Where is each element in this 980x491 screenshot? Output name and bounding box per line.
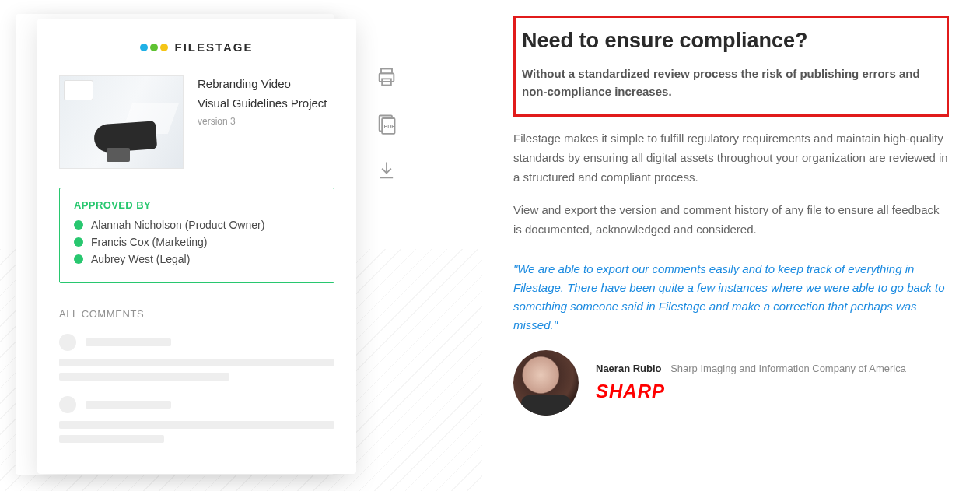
testimonial-attribution: Naeran Rubio Sharp Imaging and Informati… [596,363,906,374]
approval-card: FILESTAGE Rebranding Video Visual Guidel… [37,19,356,474]
brand-logo: FILESTAGE [59,40,334,54]
lead-text: Without a standardized review process th… [522,65,933,100]
highlight-box: Need to ensure compliance? Without a sta… [513,16,949,117]
print-icon[interactable] [375,65,398,89]
project-title-1: Rebranding Video [198,77,334,90]
card-stack: FILESTAGE Rebranding Video Visual Guidel… [23,19,350,474]
body-paragraph: View and export the version and comment … [513,201,949,240]
pdf-icon[interactable]: PDF [375,112,398,135]
approver-name: Alannah Nicholson (Product Owner) [91,219,264,231]
export-actions: PDF [375,65,398,182]
card-column: FILESTAGE Rebranding Video Visual Guidel… [23,8,412,474]
approver-name: Francis Cox (Marketing) [91,236,207,248]
comment-placeholder [59,334,334,381]
testimonial-name: Naeran Rubio [596,363,662,374]
testimonial-meta: Naeran Rubio Sharp Imaging and Informati… [596,363,906,402]
logo-dots-icon [140,44,168,51]
approver-row: Alannah Nicholson (Product Owner) [74,219,320,231]
comment-placeholder [59,396,334,443]
approved-box: APPROVED BY Alannah Nicholson (Product O… [59,188,334,283]
testimonial-company: Sharp Imaging and Information Company of… [670,363,906,374]
svg-text:PDF: PDF [384,124,396,129]
project-thumbnail [59,75,184,169]
approver-row: Aubrey West (Legal) [74,253,320,265]
testimonial-quote: "We are able to export our comments easi… [513,260,949,335]
status-dot-icon [74,237,83,247]
project-version: version 3 [198,116,334,127]
approver-name: Aubrey West (Legal) [91,253,190,265]
download-icon[interactable] [375,159,398,182]
content-column: Need to ensure compliance? Without a sta… [513,16,949,416]
comments-section-title: ALL COMMENTS [59,308,334,320]
project-title-2: Visual Guidelines Project [198,96,334,110]
project-meta: Rebranding Video Visual Guidelines Proje… [198,75,334,169]
avatar [513,350,579,416]
body-paragraph: Filestage makes it simple to fulfill reg… [513,129,949,187]
brand-name: FILESTAGE [174,40,253,54]
approved-title: APPROVED BY [74,199,320,211]
sharp-logo: SHARP [596,381,906,402]
approver-row: Francis Cox (Marketing) [74,236,320,248]
testimonial-block: Naeran Rubio Sharp Imaging and Informati… [513,350,949,416]
status-dot-icon [74,254,83,264]
section-heading: Need to ensure compliance? [522,29,933,53]
status-dot-icon [74,220,83,230]
project-row: Rebranding Video Visual Guidelines Proje… [59,75,334,169]
